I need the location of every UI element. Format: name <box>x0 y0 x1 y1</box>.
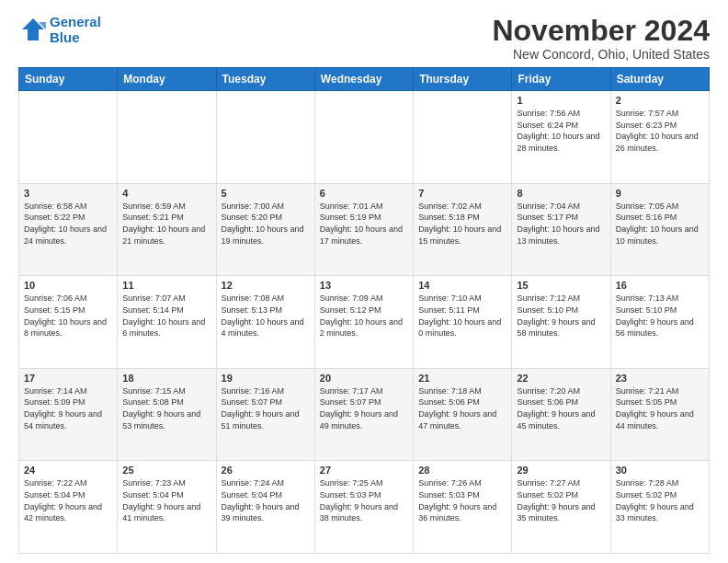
day-info: Sunrise: 7:23 AM Sunset: 5:04 PM Dayligh… <box>122 477 210 523</box>
day-number: 16 <box>616 280 704 291</box>
calendar-day-header: Wednesday <box>314 68 413 91</box>
calendar-cell: 21Sunrise: 7:18 AM Sunset: 5:06 PM Dayli… <box>414 368 512 461</box>
day-info: Sunrise: 7:18 AM Sunset: 5:06 PM Dayligh… <box>418 385 506 431</box>
day-number: 18 <box>122 373 210 384</box>
day-info: Sunrise: 7:07 AM Sunset: 5:14 PM Dayligh… <box>122 293 210 339</box>
calendar-cell: 9Sunrise: 7:05 AM Sunset: 5:16 PM Daylig… <box>610 183 709 276</box>
day-info: Sunrise: 7:06 AM Sunset: 5:15 PM Dayligh… <box>24 293 112 339</box>
calendar-cell: 17Sunrise: 7:14 AM Sunset: 5:09 PM Dayli… <box>19 368 118 461</box>
calendar-week-row: 17Sunrise: 7:14 AM Sunset: 5:09 PM Dayli… <box>19 368 710 461</box>
calendar-day-header: Tuesday <box>216 68 314 91</box>
day-number: 23 <box>616 373 704 384</box>
day-info: Sunrise: 7:05 AM Sunset: 5:16 PM Dayligh… <box>616 201 704 247</box>
calendar-week-row: 1Sunrise: 7:56 AM Sunset: 6:24 PM Daylig… <box>19 91 710 184</box>
day-info: Sunrise: 7:00 AM Sunset: 5:20 PM Dayligh… <box>222 201 310 247</box>
calendar-week-row: 3Sunrise: 6:58 AM Sunset: 5:22 PM Daylig… <box>19 183 710 276</box>
day-info: Sunrise: 7:57 AM Sunset: 6:23 PM Dayligh… <box>616 108 704 154</box>
calendar-day-header: Sunday <box>19 68 118 91</box>
day-number: 6 <box>320 188 408 199</box>
day-info: Sunrise: 7:10 AM Sunset: 5:11 PM Dayligh… <box>418 293 506 339</box>
day-info: Sunrise: 7:02 AM Sunset: 5:18 PM Dayligh… <box>418 201 506 247</box>
logo-text: General Blue <box>50 15 101 45</box>
day-info: Sunrise: 7:13 AM Sunset: 5:10 PM Dayligh… <box>616 293 704 339</box>
day-info: Sunrise: 7:26 AM Sunset: 5:03 PM Dayligh… <box>418 477 506 523</box>
calendar-cell: 18Sunrise: 7:15 AM Sunset: 5:08 PM Dayli… <box>118 368 216 461</box>
day-info: Sunrise: 7:56 AM Sunset: 6:24 PM Dayligh… <box>517 108 605 154</box>
calendar-cell: 26Sunrise: 7:24 AM Sunset: 5:04 PM Dayli… <box>216 461 314 554</box>
calendar-cell: 4Sunrise: 6:59 AM Sunset: 5:21 PM Daylig… <box>118 183 216 276</box>
day-number: 1 <box>517 95 605 106</box>
calendar-cell: 30Sunrise: 7:28 AM Sunset: 5:02 PM Dayli… <box>610 461 709 554</box>
day-info: Sunrise: 7:08 AM Sunset: 5:13 PM Dayligh… <box>222 293 310 339</box>
day-info: Sunrise: 7:15 AM Sunset: 5:08 PM Dayligh… <box>122 385 210 431</box>
day-number: 17 <box>24 373 112 384</box>
day-number: 15 <box>517 280 605 291</box>
day-number: 5 <box>222 188 310 199</box>
logo-line2: Blue <box>50 29 80 45</box>
svg-marker-0 <box>22 18 44 40</box>
logo: General Blue <box>18 15 101 45</box>
day-number: 12 <box>222 280 310 291</box>
calendar-cell: 27Sunrise: 7:25 AM Sunset: 5:03 PM Dayli… <box>314 461 413 554</box>
calendar-cell: 6Sunrise: 7:01 AM Sunset: 5:19 PM Daylig… <box>314 183 413 276</box>
calendar-cell: 8Sunrise: 7:04 AM Sunset: 5:17 PM Daylig… <box>512 183 610 276</box>
calendar-cell: 3Sunrise: 6:58 AM Sunset: 5:22 PM Daylig… <box>19 183 118 276</box>
day-info: Sunrise: 7:21 AM Sunset: 5:05 PM Dayligh… <box>616 385 704 431</box>
calendar-cell: 10Sunrise: 7:06 AM Sunset: 5:15 PM Dayli… <box>19 276 118 369</box>
day-number: 29 <box>517 465 605 476</box>
calendar-cell: 25Sunrise: 7:23 AM Sunset: 5:04 PM Dayli… <box>118 461 216 554</box>
day-number: 7 <box>418 188 506 199</box>
day-info: Sunrise: 7:24 AM Sunset: 5:04 PM Dayligh… <box>222 477 310 523</box>
calendar-header-row: SundayMondayTuesdayWednesdayThursdayFrid… <box>19 68 710 91</box>
day-info: Sunrise: 7:01 AM Sunset: 5:19 PM Dayligh… <box>320 201 408 247</box>
day-number: 11 <box>122 280 210 291</box>
calendar-cell: 11Sunrise: 7:07 AM Sunset: 5:14 PM Dayli… <box>118 276 216 369</box>
day-number: 30 <box>616 465 704 476</box>
day-info: Sunrise: 7:14 AM Sunset: 5:09 PM Dayligh… <box>24 385 112 431</box>
calendar-cell <box>19 91 118 184</box>
calendar-day-header: Friday <box>512 68 610 91</box>
calendar-cell: 2Sunrise: 7:57 AM Sunset: 6:23 PM Daylig… <box>610 91 709 184</box>
page: General Blue November 2024 New Concord, … <box>0 0 728 563</box>
logo-line1: General <box>50 14 101 29</box>
day-number: 10 <box>24 280 112 291</box>
calendar-cell: 29Sunrise: 7:27 AM Sunset: 5:02 PM Dayli… <box>512 461 610 554</box>
day-number: 26 <box>222 465 310 476</box>
day-info: Sunrise: 7:22 AM Sunset: 5:04 PM Dayligh… <box>24 477 112 523</box>
day-info: Sunrise: 7:25 AM Sunset: 5:03 PM Dayligh… <box>320 477 408 523</box>
day-info: Sunrise: 7:27 AM Sunset: 5:02 PM Dayligh… <box>517 477 605 523</box>
calendar-day-header: Thursday <box>414 68 512 91</box>
day-number: 28 <box>418 465 506 476</box>
day-number: 25 <box>122 465 210 476</box>
calendar-cell: 20Sunrise: 7:17 AM Sunset: 5:07 PM Dayli… <box>314 368 413 461</box>
calendar: SundayMondayTuesdayWednesdayThursdayFrid… <box>18 67 710 554</box>
month-title: November 2024 <box>492 15 710 47</box>
day-number: 13 <box>320 280 408 291</box>
calendar-cell: 28Sunrise: 7:26 AM Sunset: 5:03 PM Dayli… <box>414 461 512 554</box>
day-info: Sunrise: 7:12 AM Sunset: 5:10 PM Dayligh… <box>517 293 605 339</box>
day-number: 27 <box>320 465 408 476</box>
day-info: Sunrise: 7:28 AM Sunset: 5:02 PM Dayligh… <box>616 477 704 523</box>
calendar-cell: 1Sunrise: 7:56 AM Sunset: 6:24 PM Daylig… <box>512 91 610 184</box>
calendar-cell: 12Sunrise: 7:08 AM Sunset: 5:13 PM Dayli… <box>216 276 314 369</box>
calendar-day-header: Monday <box>118 68 216 91</box>
day-number: 24 <box>24 465 112 476</box>
calendar-cell: 14Sunrise: 7:10 AM Sunset: 5:11 PM Dayli… <box>414 276 512 369</box>
day-number: 3 <box>24 188 112 199</box>
calendar-cell <box>118 91 216 184</box>
day-number: 9 <box>616 188 704 199</box>
title-block: November 2024 New Concord, Ohio, United … <box>492 15 710 62</box>
calendar-week-row: 10Sunrise: 7:06 AM Sunset: 5:15 PM Dayli… <box>19 276 710 369</box>
day-info: Sunrise: 7:20 AM Sunset: 5:06 PM Dayligh… <box>517 385 605 431</box>
logo-icon <box>18 17 46 44</box>
calendar-cell: 7Sunrise: 7:02 AM Sunset: 5:18 PM Daylig… <box>414 183 512 276</box>
calendar-cell <box>314 91 413 184</box>
location: New Concord, Ohio, United States <box>492 47 710 62</box>
calendar-cell: 16Sunrise: 7:13 AM Sunset: 5:10 PM Dayli… <box>610 276 709 369</box>
day-number: 2 <box>616 95 704 106</box>
day-number: 8 <box>517 188 605 199</box>
day-info: Sunrise: 7:09 AM Sunset: 5:12 PM Dayligh… <box>320 293 408 339</box>
calendar-day-header: Saturday <box>610 68 709 91</box>
day-info: Sunrise: 7:16 AM Sunset: 5:07 PM Dayligh… <box>222 385 310 431</box>
day-info: Sunrise: 7:04 AM Sunset: 5:17 PM Dayligh… <box>517 201 605 247</box>
